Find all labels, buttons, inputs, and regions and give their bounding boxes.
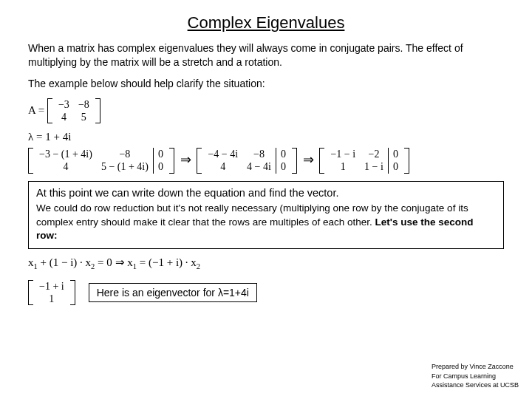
explanation-box: At this point we can write down the equa… bbox=[28, 181, 504, 249]
s2-r1c2: −8 bbox=[242, 148, 276, 160]
A-r1c1: −3 bbox=[54, 98, 74, 111]
matrix-A-label: A = bbox=[28, 104, 44, 116]
slide: Complex Eigenvalues When a matrix has co… bbox=[0, 0, 532, 399]
s1-r2c2: 5 − (1 + 4i) bbox=[97, 160, 154, 173]
s3-r2aug: 0 bbox=[388, 160, 403, 173]
equation-row: x1 + (1 − i) · x2 = 0 ⇒ x1 = (−1 + i) · … bbox=[28, 256, 504, 271]
s1-r1c1: −3 − (1 + 4i) bbox=[35, 148, 97, 160]
s2-r1c1: −4 − 4i bbox=[203, 148, 242, 160]
footer-line-2: For Campus Learning bbox=[432, 372, 519, 381]
ev-r1: −1 + i bbox=[35, 280, 69, 293]
page-title: Complex Eigenvalues bbox=[28, 13, 504, 33]
s2-r2c2: 4 − 4i bbox=[242, 160, 276, 173]
s3-r2c1: 1 bbox=[326, 160, 360, 173]
intro-paragraph: When a matrix has complex eigenvalues th… bbox=[28, 41, 504, 69]
A-r2c2: 5 bbox=[74, 111, 94, 123]
lambda-value: λ = 1 + 4i bbox=[28, 131, 504, 143]
example-lead: The example below should help clarify th… bbox=[28, 77, 504, 91]
A-r2c1: 4 bbox=[54, 111, 74, 123]
footer-credit: Prepared by Vince Zaccone For Campus Lea… bbox=[432, 362, 519, 390]
s1-r2aug: 0 bbox=[153, 160, 168, 173]
matrix-A: A = −3−8 45 bbox=[28, 98, 504, 124]
eigenvector-matrix: −1 + i 1 bbox=[28, 280, 75, 306]
s3-r1c2: −2 bbox=[360, 148, 388, 160]
s3-r1aug: 0 bbox=[388, 148, 403, 160]
ev-r2: 1 bbox=[35, 293, 69, 305]
eigenvector-caption: Here is an eigenvector for λ=1+4i bbox=[89, 283, 257, 302]
eq-x1a: x bbox=[28, 256, 34, 268]
eigenvector-row: −1 + i 1 Here is an eigenvector for λ=1+… bbox=[28, 276, 504, 310]
box-lead: At this point we can write down the equa… bbox=[36, 186, 496, 201]
implies-arrow-1: ⇒ bbox=[177, 152, 194, 167]
implies-arrow-2: ⇒ bbox=[300, 152, 317, 167]
s1-r1c2: −8 bbox=[97, 148, 154, 160]
eq-rhs: = (−1 + i) · x bbox=[137, 256, 197, 268]
row-reduction: −3 − (1 + 4i)−80 45 − (1 + 4i)0 ⇒ −4 − 4… bbox=[28, 148, 504, 174]
s1-r2c1: 4 bbox=[35, 160, 97, 173]
s2-r1aug: 0 bbox=[276, 148, 290, 160]
s2-r2c1: 4 bbox=[203, 160, 242, 173]
eq-mid: + (1 − i) · x bbox=[38, 256, 91, 268]
s3-r2c2: 1 − i bbox=[360, 160, 388, 173]
footer-line-1: Prepared by Vince Zaccone bbox=[432, 362, 519, 372]
eq-impl: = 0 ⇒ x bbox=[95, 256, 132, 268]
footer-line-3: Assistance Services at UCSB bbox=[432, 381, 519, 390]
s3-r1c1: −1 − i bbox=[326, 148, 360, 160]
s1-r1aug: 0 bbox=[153, 148, 168, 160]
s2-r2aug: 0 bbox=[276, 160, 290, 173]
A-r1c2: −8 bbox=[74, 98, 94, 111]
